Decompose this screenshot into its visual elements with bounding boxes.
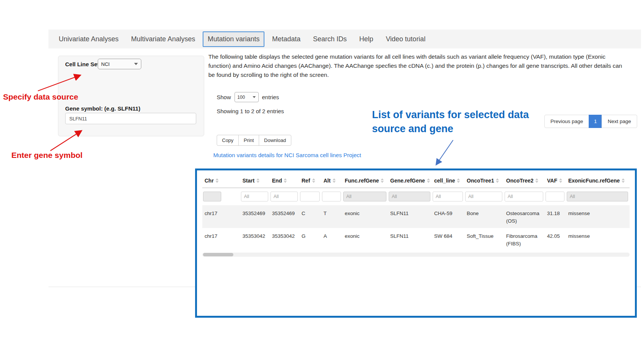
sort-icon[interactable] <box>457 178 460 183</box>
page: Univariate Analyses Multivariate Analyse… <box>0 0 644 362</box>
filter-input-alt[interactable] <box>322 192 341 201</box>
cell-line-set-select[interactable]: NCI <box>98 59 141 69</box>
page-size-value: 100 <box>238 95 245 100</box>
column-header-vaf[interactable]: VAF <box>545 174 566 187</box>
cell-vaf: 31.18 <box>545 205 566 228</box>
table-filter-row <box>202 188 630 205</box>
cell-chr: chr17 <box>202 205 240 228</box>
filter-input-func-refgene[interactable] <box>343 192 386 201</box>
query-panel: Cell Line Set NCI Gene symbol: (e.g. SLF… <box>58 56 204 136</box>
cell-cell-line: CHA-59 <box>432 205 464 228</box>
cell-vaf: 42.05 <box>545 228 566 251</box>
cell-oncotree2: Osteosarcoma (OS) <box>504 205 545 228</box>
show-label: Show <box>217 94 231 100</box>
column-header-start[interactable]: Start <box>240 174 270 187</box>
column-header-gene-refgene[interactable]: Gene.refGene <box>388 174 432 187</box>
sort-icon[interactable] <box>535 178 538 183</box>
column-header-ref[interactable]: Ref <box>299 174 321 187</box>
table-row: chr17 35353042 35353042 G A exonic SLFN1… <box>202 228 630 251</box>
cell-oncotree1: Soft_Tissue <box>464 228 504 251</box>
cell-ref: C <box>299 205 321 228</box>
cell-end: 35353042 <box>270 228 299 251</box>
column-header-func-refgene[interactable]: Func.refGene <box>342 174 388 187</box>
sort-icon[interactable] <box>427 178 430 183</box>
gene-symbol-input[interactable] <box>65 113 196 124</box>
filter-input-oncotree1[interactable] <box>465 192 502 201</box>
filter-input-ref[interactable] <box>300 192 320 201</box>
showing-entries-text: Showing 1 to 2 of 2 entries <box>217 108 284 114</box>
filter-input-gene-refgene[interactable] <box>389 192 430 201</box>
cell-ref: G <box>299 228 321 251</box>
sort-icon[interactable] <box>622 178 625 183</box>
cell-gene-refgene: SLFN11 <box>388 205 432 228</box>
download-button[interactable]: Download <box>259 135 291 146</box>
variants-table-container: Chr Start End Ref Alt Func.refGene Gene.… <box>195 169 637 318</box>
column-header-cell-line[interactable]: cell_line <box>432 174 464 187</box>
tab-mutation-variants[interactable]: Mutation variants <box>203 31 264 47</box>
pagination: Previous page 1 Next page <box>544 115 637 128</box>
scrollbar-thumb[interactable] <box>203 253 233 256</box>
sort-icon[interactable] <box>496 178 499 183</box>
annotation-enter-gene-symbol: Enter gene symbol <box>11 151 83 160</box>
column-header-alt[interactable]: Alt <box>321 174 342 187</box>
horizontal-scrollbar[interactable] <box>202 253 630 257</box>
tab-multivariate-analyses[interactable]: Multivariate Analyses <box>126 31 200 47</box>
cell-start: 35352469 <box>240 205 270 228</box>
table-description: The following table displays the selecte… <box>208 52 628 80</box>
gene-symbol-label: Gene symbol: (e.g. SLFN11) <box>65 105 140 112</box>
sort-icon[interactable] <box>559 178 562 183</box>
current-page-button[interactable]: 1 <box>589 115 602 128</box>
sort-icon[interactable] <box>333 178 336 183</box>
filter-input-vaf[interactable] <box>546 192 564 201</box>
sort-icon[interactable] <box>284 178 287 183</box>
sort-icon[interactable] <box>381 178 384 183</box>
filter-input-oncotree2[interactable] <box>505 192 543 201</box>
table-title-link[interactable]: Mutation variants details for NCI Sarcom… <box>213 152 361 158</box>
column-header-oncotree2[interactable]: OncoTree2 <box>504 174 545 187</box>
chevron-down-icon <box>253 96 256 98</box>
filter-input-end[interactable] <box>270 192 298 201</box>
filter-input-chr[interactable] <box>203 192 221 201</box>
cell-chr: chr17 <box>202 228 240 251</box>
filter-input-exonicfunc-refgene[interactable] <box>567 192 628 201</box>
column-header-exonicfunc-refgene[interactable]: ExonicFunc.refGene <box>566 174 630 187</box>
table-row: chr17 35352469 35352469 C T exonic SLFN1… <box>202 205 630 228</box>
annotation-specify-data-source: Specify data source <box>3 92 78 101</box>
cell-line-set-label: Cell Line Set <box>65 61 99 67</box>
cell-oncotree2: Fibrosarcoma (FIBS) <box>504 228 545 251</box>
cell-exonicfunc-refgene: missense <box>566 228 630 251</box>
cell-cell-line: SW 684 <box>432 228 464 251</box>
annotation-list-of-variants: List of variants for selected data sourc… <box>372 108 529 136</box>
tab-help[interactable]: Help <box>354 31 378 47</box>
cell-alt: A <box>321 228 342 251</box>
tab-univariate-analyses[interactable]: Univariate Analyses <box>54 31 123 47</box>
column-header-end[interactable]: End <box>270 174 299 187</box>
cell-func-refgene: exonic <box>342 228 388 251</box>
cell-end: 35352469 <box>270 205 299 228</box>
sort-icon[interactable] <box>256 178 259 183</box>
main-nav: Univariate Analyses Multivariate Analyse… <box>48 30 641 48</box>
cell-func-refgene: exonic <box>342 205 388 228</box>
print-button[interactable]: Print <box>238 135 259 146</box>
column-header-chr[interactable]: Chr <box>202 174 240 187</box>
cell-exonicfunc-refgene: missense <box>566 205 630 228</box>
export-button-group: Copy Print Download <box>217 135 291 146</box>
filter-input-start[interactable] <box>241 192 268 201</box>
next-page-button[interactable]: Next page <box>602 115 637 128</box>
show-entries-row: Show 100 entries <box>217 92 279 102</box>
page-size-select[interactable]: 100 <box>234 92 259 102</box>
sort-icon[interactable] <box>216 178 219 183</box>
previous-page-button[interactable]: Previous page <box>544 115 589 128</box>
chevron-down-icon <box>134 63 138 65</box>
copy-button[interactable]: Copy <box>217 135 239 146</box>
tab-search-ids[interactable]: Search IDs <box>308 31 352 47</box>
filter-input-cell-line[interactable] <box>433 192 463 201</box>
column-header-oncotree1[interactable]: OncoTree1 <box>464 174 504 187</box>
blue-arrow-icon <box>436 140 453 164</box>
cell-line-set-value: NCI <box>101 61 109 67</box>
table-header-row: Chr Start End Ref Alt Func.refGene Gene.… <box>202 174 630 188</box>
tab-video-tutorial[interactable]: Video tutorial <box>381 31 430 47</box>
cell-oncotree1: Bone <box>464 205 504 228</box>
tab-metadata[interactable]: Metadata <box>267 31 305 47</box>
sort-icon[interactable] <box>312 178 315 183</box>
